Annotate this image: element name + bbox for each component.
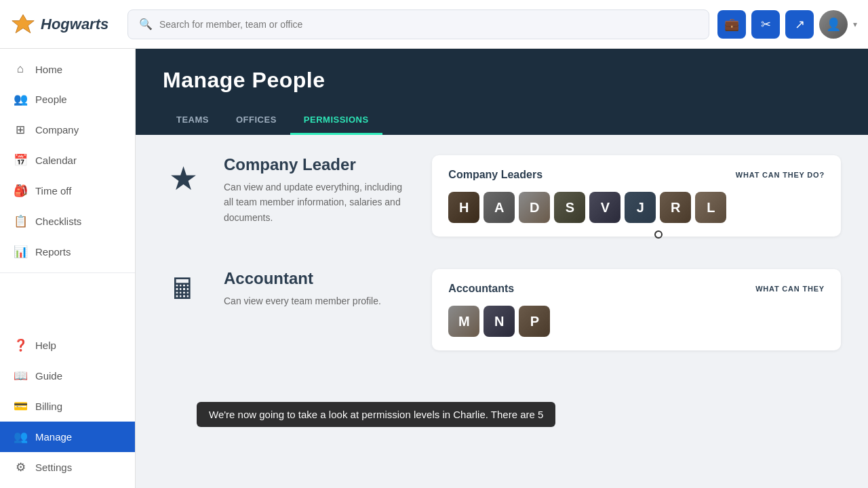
avatar-bav3: P: [519, 306, 550, 337]
sidebar-icon-home: ⌂: [14, 62, 27, 76]
perm-card-company-leader: Company Leaders WHAT CAN THEY DO? HADSVJ…: [432, 155, 841, 237]
sidebar-icon-calendar: 📅: [14, 153, 27, 167]
avatar-bav2: N: [484, 306, 515, 337]
sidebar-item-company[interactable]: ⊞Company: [0, 115, 135, 145]
sidebar-item-manage[interactable]: 👥Manage: [0, 422, 135, 452]
search-bar[interactable]: 🔍: [127, 9, 709, 39]
sidebar-label-guide: Guide: [35, 370, 62, 382]
perm-card-header-company-leader: Company Leaders WHAT CAN THEY DO?: [448, 169, 825, 181]
sidebar-item-reports[interactable]: 📊Reports: [0, 237, 135, 267]
sidebar-item-timeoff[interactable]: 🎒Time off: [0, 176, 135, 206]
sidebar-item-settings[interactable]: ⚙Settings: [0, 452, 135, 483]
sidebar-icon-manage: 👥: [14, 430, 27, 444]
topbar: Hogwarts 🔍 💼 ✂ ↗ 👤 ▾: [0, 0, 868, 49]
sidebar-label-home: Home: [35, 64, 62, 75]
sidebar-icon-guide: 📖: [14, 369, 27, 383]
user-avatar-button[interactable]: 👤: [819, 10, 848, 39]
what-can-btn-accountant[interactable]: WHAT CAN THEY: [755, 285, 825, 293]
perm-info-company-leader: Company Leader Can view and update every…: [224, 155, 412, 225]
content-area: ★ Company Leader Can view and update eve…: [136, 135, 868, 488]
sidebar-icon-people: 👥: [14, 92, 27, 106]
avatars-row-accountant: MNP: [448, 306, 825, 337]
avatar-chevron: ▾: [853, 20, 857, 29]
tooltip-overlay: We're now going to take a look at permis…: [197, 402, 555, 427]
avatar-av6: J: [625, 192, 656, 223]
sidebar-icon-checklists: 📋: [14, 214, 27, 228]
sidebar-icon-reports: 📊: [14, 245, 27, 259]
sidebar-label-billing: Billing: [35, 401, 62, 412]
sidebar-label-people: People: [35, 94, 67, 105]
tooltip-text: We're now going to take a look at permis…: [209, 409, 543, 420]
sidebar-item-people[interactable]: 👥People: [0, 84, 135, 115]
perm-desc-company-leader: Can view and update everything, includin…: [224, 180, 412, 225]
avatar-av1: H: [448, 192, 479, 223]
permission-row-accountant: 🖩 Accountant Can view every team member …: [163, 269, 841, 350]
sidebar-label-settings: Settings: [35, 462, 72, 473]
search-icon: 🔍: [139, 18, 153, 30]
sidebar-label-company: Company: [35, 124, 79, 136]
sidebar-item-help[interactable]: ❓Help: [0, 330, 135, 361]
logo-area: Hogwarts: [11, 12, 119, 37]
avatar-bav1: M: [448, 306, 479, 337]
sidebar-item-home[interactable]: ⌂Home: [0, 54, 135, 84]
avatar-av3: D: [519, 192, 550, 223]
sidebar-divider: [0, 272, 135, 273]
sidebar-label-calendar: Calendar: [35, 155, 77, 166]
avatar-av4: S: [554, 192, 585, 223]
perm-card-title-accountant: Accountants: [448, 283, 514, 295]
sidebar-icon-settings: ⚙: [14, 460, 27, 474]
avatar-av8: L: [695, 192, 726, 223]
sidebar-label-manage: Manage: [35, 431, 72, 443]
page-title: Manage People: [163, 68, 841, 93]
sidebar-label-reports: Reports: [35, 246, 71, 258]
tabs-bar: TEAMSOFFICESPERMISSIONS: [163, 106, 841, 135]
sidebar-item-guide[interactable]: 📖Guide: [0, 361, 135, 391]
sidebar-icon-timeoff: 🎒: [14, 184, 27, 198]
perm-icon-area-accountant: 🖩: [163, 269, 203, 306]
sidebar-label-help: Help: [35, 340, 56, 351]
page-header: Manage People TEAMSOFFICESPERMISSIONS: [136, 49, 868, 135]
cursor-indicator: [654, 230, 663, 239]
sidebar: ⌂Home👥People⊞Company📅Calendar🎒Time off📋C…: [0, 49, 136, 488]
sidebar-icon-billing: 💳: [14, 399, 27, 413]
sidebar-icon-help: ❓: [14, 338, 27, 352]
perm-desc-accountant: Can view every team member profile.: [224, 293, 412, 308]
user-avatar-inner: 👤: [819, 10, 848, 39]
scissors-button[interactable]: ✂: [751, 10, 780, 39]
calculator-icon: 🖩: [169, 273, 197, 306]
perm-info-accountant: Accountant Can view every team member pr…: [224, 269, 412, 308]
tab-teams[interactable]: TEAMS: [163, 106, 222, 135]
svg-marker-0: [12, 14, 34, 33]
perm-title-accountant: Accountant: [224, 269, 412, 288]
sidebar-item-billing[interactable]: 💳Billing: [0, 391, 135, 422]
perm-icon-area-company-leader: ★: [163, 155, 203, 197]
sidebar-label-timeoff: Time off: [35, 185, 71, 197]
sidebar-item-calendar[interactable]: 📅Calendar: [0, 145, 135, 176]
avatars-row-company-leader: HADSVJRL: [448, 192, 825, 223]
permission-row-company-leader: ★ Company Leader Can view and update eve…: [163, 155, 841, 237]
search-input[interactable]: [159, 19, 698, 30]
perm-title-company-leader: Company Leader: [224, 155, 412, 174]
tab-permissions[interactable]: PERMISSIONS: [290, 106, 382, 135]
avatar-av2: A: [484, 192, 515, 223]
perm-card-title-company-leader: Company Leaders: [448, 169, 542, 181]
perm-card-accountant: Accountants WHAT CAN THEY MNP: [432, 269, 841, 350]
briefcase-button[interactable]: 💼: [717, 10, 746, 39]
perm-card-header-accountant: Accountants WHAT CAN THEY: [448, 283, 825, 295]
tab-offices[interactable]: OFFICES: [222, 106, 290, 135]
avatar-av5: V: [589, 192, 620, 223]
logo-text: Hogwarts: [41, 16, 108, 33]
sidebar-icon-company: ⊞: [14, 123, 27, 137]
what-can-btn-company-leader[interactable]: WHAT CAN THEY DO?: [736, 171, 825, 179]
logo-icon: [11, 12, 35, 37]
sidebar-item-checklists[interactable]: 📋Checklists: [0, 206, 135, 237]
topbar-actions: 💼 ✂ ↗ 👤 ▾: [717, 10, 857, 39]
star-icon: ★: [169, 159, 198, 197]
sidebar-label-checklists: Checklists: [35, 216, 81, 227]
share-button[interactable]: ↗: [785, 10, 814, 39]
avatar-av7: R: [660, 192, 691, 223]
